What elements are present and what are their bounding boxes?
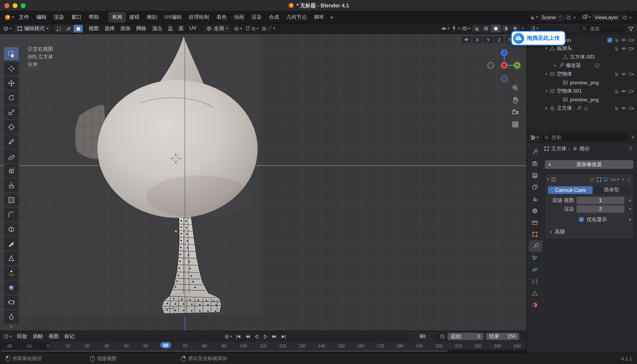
tool-knife[interactable] (4, 237, 19, 250)
menu-item[interactable]: 窗口 (68, 12, 85, 22)
gizmo-minus-y[interactable] (488, 62, 494, 68)
ruler-tick[interactable]: 160 (353, 344, 368, 348)
use-preview-range-icon[interactable] (440, 334, 445, 339)
workspace-tab[interactable]: 雕刻 (143, 12, 161, 23)
disable-render-camera-icon[interactable] (628, 88, 634, 94)
ruler-tick[interactable]: 140 (314, 344, 329, 348)
outliner-search[interactable] (579, 25, 626, 32)
workspace-tab[interactable]: 动画 (230, 12, 248, 23)
simple-button[interactable]: 简单型 (593, 186, 630, 194)
tab-object-data[interactable] (527, 287, 542, 299)
tool-select-box[interactable] (4, 47, 19, 60)
playhead[interactable]: 60 (160, 342, 171, 348)
tab-object[interactable] (527, 228, 542, 240)
ruler-tick[interactable]: 30 (99, 344, 114, 348)
navigation-gizmo[interactable]: Z Y X (486, 47, 523, 84)
modifier-panel-header[interactable]: ▾ ▾ × (545, 174, 633, 184)
timeline-menu-item[interactable]: 插帧 (30, 332, 46, 341)
drag-handle-icon[interactable] (627, 177, 631, 182)
collapse-chevron[interactable]: ▾ (547, 178, 549, 181)
solid-shading-button[interactable] (491, 25, 501, 32)
hide-eye-icon[interactable] (621, 88, 626, 94)
timeline-ruler[interactable]: -20-100102030405060708090100110120130140… (0, 342, 526, 350)
properties-search-input[interactable] (551, 134, 601, 140)
selected-vertex[interactable] (175, 230, 177, 232)
editor-type-icon[interactable]: ▾ (3, 26, 12, 32)
disable-render-camera-icon[interactable] (628, 106, 634, 111)
scene-selector[interactable]: Scene (539, 14, 565, 21)
add-workspace-button[interactable]: + (328, 13, 336, 22)
wireframe-shading-button[interactable] (482, 25, 491, 32)
viewport-menu-item[interactable]: 顶点 (149, 24, 165, 33)
properties-search[interactable] (541, 134, 629, 141)
remove-viewlayer-icon[interactable]: × (628, 15, 633, 20)
ruler-tick[interactable]: 120 (275, 344, 290, 348)
workspace-tab[interactable]: 合成 (265, 12, 283, 23)
unlink-scene-icon[interactable]: × (572, 15, 577, 20)
outliner-editor-icon[interactable]: ▾ (530, 26, 539, 31)
tab-modifiers[interactable] (529, 240, 542, 252)
timeline-scrollbar[interactable] (0, 350, 526, 352)
jump-to-end-button[interactable] (281, 334, 286, 339)
selectable-icon[interactable] (614, 88, 619, 94)
breadcrumb-modifier[interactable]: 细分 (579, 145, 590, 152)
viewport-3d[interactable]: 正交右视图 (60) 立方体 分米 X Y Z 选 Z Y (0, 34, 526, 331)
zoom-icon[interactable] (512, 84, 519, 91)
advanced-section[interactable]: ▸ 高级 (545, 228, 633, 236)
hide-eye-icon[interactable] (621, 37, 626, 42)
expand-chevron[interactable]: ▸ (554, 64, 556, 67)
viewport-menu-item[interactable]: UV (186, 24, 199, 33)
mesh-data-badge-icon[interactable] (583, 106, 588, 110)
toolbar-expand-chevron[interactable]: ▾ (4, 325, 19, 329)
timeline-editor-icon[interactable]: ▾ (3, 334, 12, 339)
show-gizmo-selector[interactable]: ▾ (451, 26, 460, 32)
disable-render-camera-icon[interactable] (628, 46, 634, 51)
modifier-extras-chevron[interactable]: ▾ (617, 178, 619, 181)
ruler-tick[interactable]: 100 (236, 344, 251, 348)
hide-eye-icon[interactable] (621, 106, 626, 111)
ruler-tick[interactable]: 150 (334, 344, 348, 348)
tab-material[interactable] (527, 299, 542, 311)
tab-tool[interactable] (527, 146, 542, 158)
scene-icon[interactable]: ▾ (529, 14, 538, 20)
tab-constraints[interactable] (527, 276, 542, 287)
maximize-window-button[interactable] (21, 3, 26, 8)
tab-scene[interactable] (527, 193, 542, 205)
outliner-row-cube001[interactable]: 立方体.001 (527, 53, 637, 61)
edge-select-button[interactable] (64, 25, 73, 32)
ruler-tick[interactable]: 220 (471, 344, 485, 348)
ruler-tick[interactable]: 20 (80, 344, 94, 348)
mirror-z-button[interactable]: Z (494, 36, 504, 43)
expand-chevron[interactable]: ▾ (546, 47, 547, 50)
ruler-tick[interactable]: 180 (392, 344, 407, 348)
tool-transform[interactable] (4, 120, 19, 134)
workspace-tab[interactable]: 布局 (108, 12, 126, 23)
tab-physics[interactable] (527, 264, 542, 276)
delete-modifier-icon[interactable]: × (620, 177, 626, 182)
ruler-tick[interactable]: 70 (177, 344, 192, 348)
add-modifier-button[interactable]: + 添加修改器 (545, 160, 633, 169)
ruler-tick[interactable]: 130 (295, 344, 309, 348)
menu-item[interactable]: 编辑 (33, 12, 50, 22)
prev-keyframe-button[interactable] (245, 334, 250, 339)
ruler-tick[interactable]: 90 (217, 344, 231, 348)
properties-options-chevron[interactable]: ▾ (632, 136, 634, 139)
mirror-icon[interactable] (462, 36, 471, 43)
disable-render-camera-icon[interactable] (628, 71, 634, 76)
modifier-display-icon[interactable] (594, 63, 599, 68)
tool-extrude[interactable] (4, 179, 19, 192)
tool-rotate[interactable] (4, 91, 19, 104)
catmull-clark-button[interactable]: Catmull-Clark (548, 186, 593, 194)
frame-end-field[interactable]: 结束 250 (486, 333, 519, 340)
proportional-falloff-selector[interactable]: ▾ (267, 26, 275, 31)
next-keyframe-button[interactable] (272, 334, 277, 339)
outliner-row-foxhead[interactable]: ▾ 狐狸头 (527, 44, 637, 52)
outliner-row-cube[interactable]: ▸ 立方体 (527, 104, 637, 112)
face-select-button[interactable] (74, 25, 83, 32)
ruler-tick[interactable]: 210 (451, 344, 466, 348)
tab-collection[interactable] (527, 217, 542, 228)
realtime-display-toggle[interactable] (603, 177, 608, 182)
timeline-scroll-handle[interactable] (1, 350, 448, 352)
outliner-search-input[interactable] (589, 26, 622, 32)
viewlayer-selector[interactable]: ViewLayer (592, 14, 620, 21)
